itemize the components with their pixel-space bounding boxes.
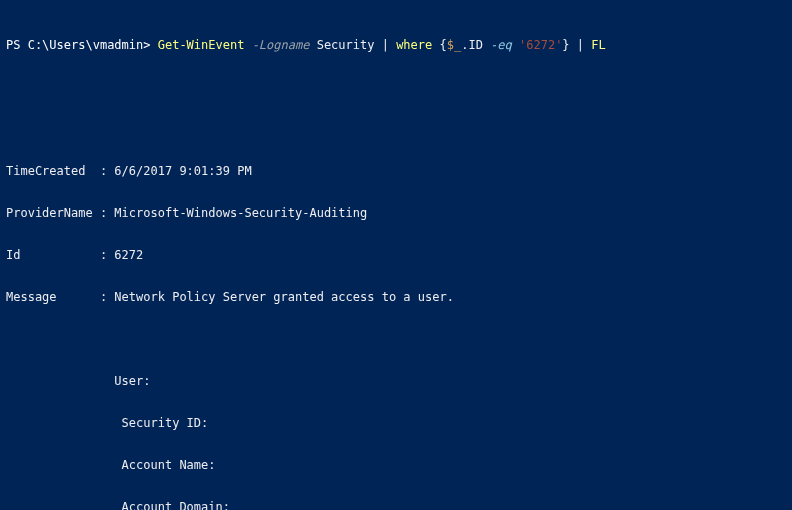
- cmd-logname-value: Security: [309, 38, 381, 52]
- out-message: Message : Network Policy Server granted …: [6, 290, 786, 304]
- cmd-pipe1: |: [382, 38, 389, 52]
- out-accountname: Account Name:: [6, 458, 786, 472]
- cmd-dollarvar: $_: [447, 38, 461, 52]
- blank-line: [6, 122, 786, 136]
- prompt-line: PS C:\Users\vmadmin> Get-WinEvent -Logna…: [6, 38, 786, 52]
- out-user: User:: [6, 374, 786, 388]
- cmd-fl: FL: [584, 38, 606, 52]
- cmd-value: '6272': [512, 38, 563, 52]
- cmd-brace-close: }: [562, 38, 569, 52]
- prompt-prefix: PS C:\Users\vmadmin>: [6, 38, 158, 52]
- cmd-eq: -eq: [490, 38, 512, 52]
- cmd-getwinevent: Get-WinEvent: [158, 38, 252, 52]
- out-timecreated: TimeCreated : 6/6/2017 9:01:39 PM: [6, 164, 786, 178]
- out-securityid: Security ID:: [6, 416, 786, 430]
- cmd-brace-open: {: [440, 38, 447, 52]
- out-accountdomain: Account Domain:: [6, 500, 786, 510]
- out-providername: ProviderName : Microsoft-Windows-Securit…: [6, 206, 786, 220]
- out-id: Id : 6272: [6, 248, 786, 262]
- cmd-logname-switch: -Logname: [252, 38, 310, 52]
- powershell-console[interactable]: PS C:\Users\vmadmin> Get-WinEvent -Logna…: [0, 0, 792, 510]
- cmd-pipe2: |: [570, 38, 584, 52]
- cmd-where: where: [389, 38, 440, 52]
- blank-line: [6, 80, 786, 94]
- cmd-dotid: .ID: [461, 38, 490, 52]
- out-line: [6, 332, 786, 346]
